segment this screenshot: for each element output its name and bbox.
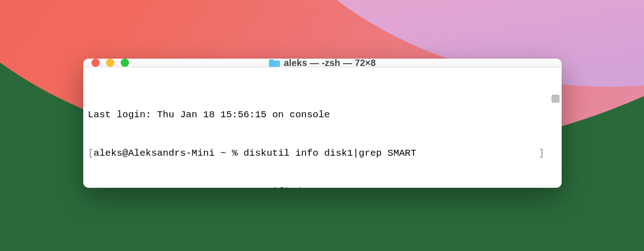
terminal-last-login: Last login: Thu Jan 18 15:56:15 on conso… <box>88 109 557 121</box>
folder-icon <box>269 59 280 67</box>
close-button[interactable] <box>91 59 100 67</box>
bracket-open: [ <box>88 148 94 158</box>
terminal-window: aleks — -zsh — 72×8 Last login: Thu Jan … <box>83 59 562 188</box>
window-title: aleks — -zsh — 72×8 <box>284 59 376 68</box>
bracket-close: ] <box>538 147 544 160</box>
terminal-command-line: [aleks@Aleksandrs-Mini ~ % diskutil info… <box>88 147 557 160</box>
terminal-body[interactable]: Last login: Thu Jan 18 15:56:15 on conso… <box>83 67 562 188</box>
scrollbar-thumb[interactable] <box>552 95 559 103</box>
minimize-button[interactable] <box>106 59 114 67</box>
terminal-prompt-1: aleks@Aleksandrs-Mini ~ % <box>94 148 244 158</box>
maximize-button[interactable] <box>121 59 129 67</box>
traffic-lights <box>91 59 129 67</box>
terminal-command-1: diskutil info disk1|grep SMART <box>243 148 416 158</box>
terminal-output-1: SMART Status: Verified <box>88 186 557 188</box>
titlebar[interactable]: aleks — -zsh — 72×8 <box>83 59 562 67</box>
title-center: aleks — -zsh — 72×8 <box>83 59 562 68</box>
